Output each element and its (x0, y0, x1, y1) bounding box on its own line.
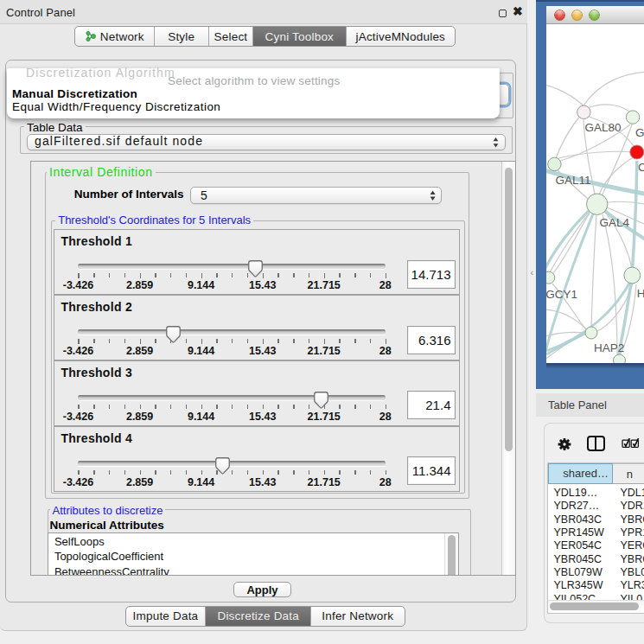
svg-text:GCY1: GCY1 (546, 288, 577, 301)
svg-text:H: H (637, 287, 644, 300)
svg-text:C: C (638, 161, 644, 174)
svg-text:GAL11: GAL11 (556, 174, 591, 187)
svg-text:GAL4: GAL4 (600, 216, 630, 229)
svg-text:GA: GA (635, 126, 644, 139)
svg-text:HAP2: HAP2 (594, 341, 624, 354)
svg-text:GAL80: GAL80 (585, 121, 622, 134)
